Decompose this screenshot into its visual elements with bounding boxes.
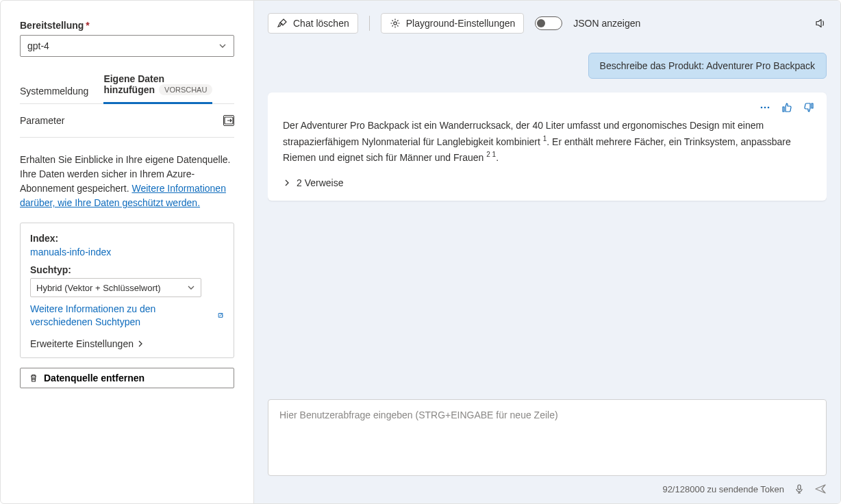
searchtype-label: Suchtyp: (30, 264, 224, 275)
thumbs-up-icon[interactable] (781, 102, 792, 113)
parameter-row[interactable]: Parameter (20, 104, 234, 138)
broom-icon (277, 18, 288, 29)
expand-panel-icon[interactable] (223, 115, 234, 126)
gear-icon (390, 18, 401, 29)
clear-chat-button[interactable]: Chat löschen (268, 13, 358, 34)
chat-input-placeholder: Hier Benutzerabfrage eingeben (STRG+EING… (279, 410, 815, 420)
token-count: 92/128000 zu sendende Token (662, 484, 784, 494)
toggle-knob (537, 19, 545, 27)
chat-toolbar: Chat löschen Playground-Einstellungen JS… (268, 13, 827, 34)
required-asterisk: * (86, 20, 89, 31)
searchtype-select[interactable]: Hybrid (Vektor + Schlüsselwort) (30, 278, 201, 297)
citation-2[interactable]: 2 1 (486, 151, 496, 158)
json-toggle-label: JSON anzeigen (573, 18, 640, 29)
deployment-label: Bereitstellung* (20, 20, 234, 31)
info-text: Erhalten Sie Einblicke in Ihre eigene Da… (20, 153, 234, 210)
assistant-message: Der Adventurer Pro Backpack ist ein Wand… (268, 92, 827, 201)
chevron-down-icon (218, 42, 227, 50)
toolbar-divider (369, 16, 370, 31)
microphone-icon[interactable] (794, 483, 805, 494)
svg-point-3 (764, 107, 766, 109)
svg-point-2 (761, 107, 763, 109)
assistant-message-text: Der Adventurer Pro Backpack ist ein Wand… (283, 118, 812, 165)
thumbs-down-icon[interactable] (803, 102, 814, 113)
index-value-link[interactable]: manuals-info-index (30, 247, 224, 257)
chat-footer: 92/128000 zu sendende Token (268, 483, 827, 495)
json-toggle[interactable] (535, 16, 562, 30)
deployment-select[interactable]: gpt-4 (20, 35, 234, 57)
playground-settings-button[interactable]: Playground-Einstellungen (381, 13, 525, 34)
svg-rect-5 (798, 485, 801, 490)
advanced-settings-toggle[interactable]: Erweiterte Einstellungen (30, 338, 224, 349)
chat-messages: Beschreibe das Produkt: Adventurer Pro B… (268, 53, 827, 399)
index-label: Index: (30, 233, 224, 244)
remove-data-source-button[interactable]: Datenquelle entfernen (20, 368, 234, 388)
chevron-right-icon (283, 179, 291, 187)
message-actions (760, 102, 814, 113)
chat-main: Chat löschen Playground-Einstellungen JS… (254, 1, 840, 503)
searchtype-info-link[interactable]: Weitere Informationen zu den verschieden… (30, 303, 224, 329)
svg-point-4 (768, 107, 770, 109)
tab-system-message[interactable]: Systemmeldung (20, 86, 88, 103)
chevron-down-icon (187, 284, 195, 292)
trash-icon (29, 373, 38, 383)
svg-point-1 (394, 22, 397, 25)
chat-input-box[interactable]: Hier Benutzerabfrage eingeben (STRG+EING… (268, 399, 827, 476)
external-link-icon (217, 311, 224, 320)
data-source-box: Index: manuals-info-index Suchtyp: Hybri… (20, 223, 234, 358)
config-sidebar: Bereitstellung* gpt-4 Systemmeldung Eige… (1, 1, 254, 503)
speaker-icon[interactable] (814, 17, 827, 29)
chevron-right-icon (136, 340, 145, 348)
references-toggle[interactable]: 2 Verweise (283, 177, 812, 188)
preview-badge: VORSCHAU (159, 84, 212, 95)
tab-add-own-data[interactable]: Eigene Daten hinzufügen VORSCHAU (103, 73, 212, 104)
user-message: Beschreibe das Produkt: Adventurer Pro B… (588, 53, 827, 79)
send-icon[interactable] (814, 483, 827, 495)
more-actions-icon[interactable] (760, 102, 770, 113)
config-tabs: Systemmeldung Eigene Daten hinzufügen VO… (20, 73, 234, 104)
